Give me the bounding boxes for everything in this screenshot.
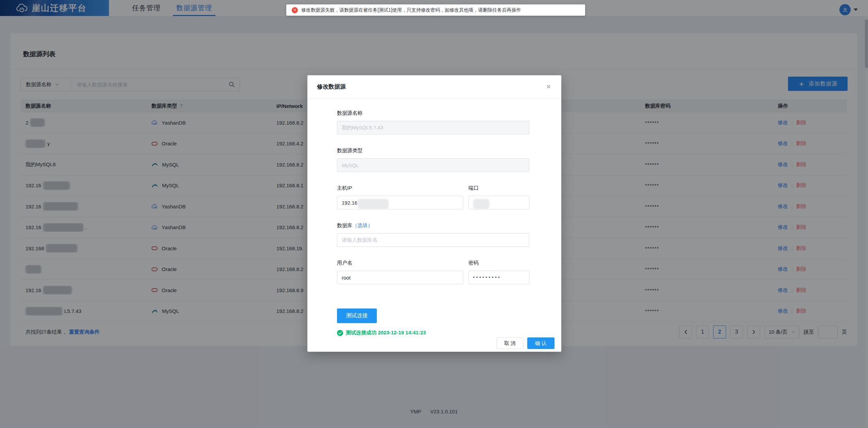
field-label: 数据源类型 [337,147,529,154]
field-user-password: 用户名 root 密码 ••••••••• [337,260,529,284]
field-label: 用户名 [337,260,463,266]
datasource-type-input: MySQL [337,158,529,172]
field-host-port: 主机IP 192.16 端口 [337,185,529,209]
modal-header: 修改数据源 ✕ [307,75,561,98]
port-input[interactable] [468,196,529,209]
confirm-button[interactable]: 确 认 [527,337,554,349]
redacted-value [357,199,389,209]
field-label: 主机IP [337,185,463,191]
modal-footer: 取 消 确 认 [497,337,554,349]
host-ip-input[interactable]: 192.16 [337,196,463,209]
redacted-value [473,199,489,209]
check-circle-icon [337,330,343,336]
edit-datasource-modal: 修改数据源 ✕ 数据源名称 我的MySQL5.7.43 数据源类型 MySQL … [307,75,561,352]
modal-title: 修改数据源 [317,83,346,91]
field-label: 端口 [468,185,529,191]
optional-hint: （选填） [352,222,373,228]
masked-password: ••••••••• [473,275,501,280]
error-toast: ✕ 修改数据源失败，该数据源在被任务[测试1]使用，只支持修改密码，如修改其他项… [286,4,585,16]
datasource-name-input: 我的MySQL5.7.43 [337,121,529,134]
field-label: 密码 [468,260,529,266]
toast-message: 修改数据源失败，该数据源在被任务[测试1]使用，只支持修改密码，如修改其他项，请… [301,7,521,13]
cancel-button[interactable]: 取 消 [497,337,523,349]
database-name-input[interactable]: 请输入数据库名 [337,233,529,247]
close-icon[interactable]: ✕ [546,84,551,90]
error-icon: ✕ [292,7,298,13]
field-label: 数据库（选填） [337,222,529,229]
field-database: 数据库（选填） 请输入数据库名 [337,222,529,247]
field-label: 数据源名称 [337,110,529,116]
username-input[interactable]: root [337,271,463,284]
modal-body: 数据源名称 我的MySQL5.7.43 数据源类型 MySQL 主机IP 192… [307,98,561,336]
password-input[interactable]: ••••••••• [468,271,529,284]
field-datasource-name: 数据源名称 我的MySQL5.7.43 [337,110,529,134]
test-success-message: 测试连接成功 2023-12-19 14:41:23 [337,330,529,336]
field-datasource-type: 数据源类型 MySQL [337,147,529,172]
test-connection-button[interactable]: 测试连接 [337,308,377,323]
